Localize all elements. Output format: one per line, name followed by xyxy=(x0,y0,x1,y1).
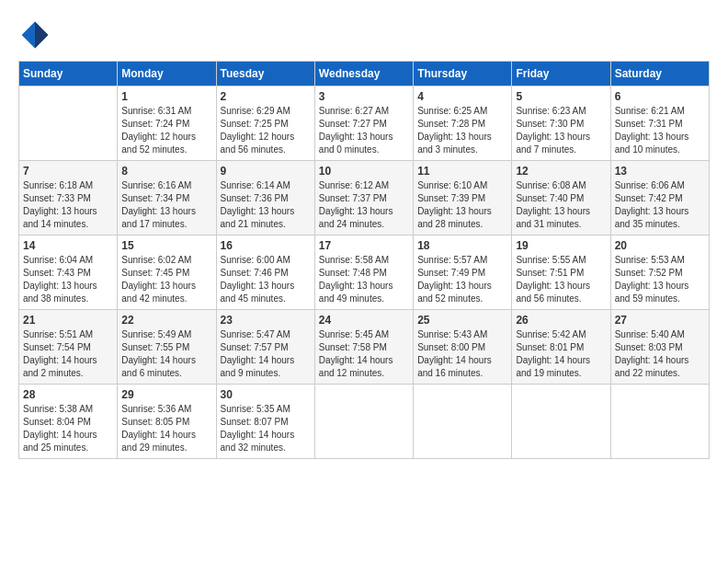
page-header xyxy=(18,18,710,52)
day-info: Sunrise: 5:53 AMSunset: 7:52 PMDaylight:… xyxy=(615,254,705,305)
calendar-cell: 6Sunrise: 6:21 AMSunset: 7:31 PMDaylight… xyxy=(610,86,709,161)
day-info: Sunrise: 5:40 AMSunset: 8:03 PMDaylight:… xyxy=(615,328,705,380)
calendar-cell: 10Sunrise: 6:12 AMSunset: 7:37 PMDayligh… xyxy=(314,161,413,236)
svg-marker-1 xyxy=(35,22,48,49)
calendar-cell: 26Sunrise: 5:42 AMSunset: 8:01 PMDayligh… xyxy=(512,310,610,385)
day-number: 10 xyxy=(319,165,409,178)
calendar-cell: 11Sunrise: 6:10 AMSunset: 7:39 PMDayligh… xyxy=(414,161,512,236)
calendar-cell: 19Sunrise: 5:55 AMSunset: 7:51 PMDayligh… xyxy=(512,236,610,310)
day-info: Sunrise: 5:57 AMSunset: 7:49 PMDaylight:… xyxy=(417,254,507,305)
day-number: 30 xyxy=(221,388,311,401)
day-info: Sunrise: 6:06 AMSunset: 7:42 PMDaylight:… xyxy=(615,179,705,231)
calendar-cell: 8Sunrise: 6:16 AMSunset: 7:34 PMDaylight… xyxy=(118,161,216,236)
day-number: 9 xyxy=(221,165,311,178)
day-info: Sunrise: 5:35 AMSunset: 8:07 PMDaylight:… xyxy=(221,403,311,454)
day-of-week-header: Monday xyxy=(118,62,216,86)
calendar-cell: 17Sunrise: 5:58 AMSunset: 7:48 PMDayligh… xyxy=(314,236,413,310)
day-number: 25 xyxy=(417,314,507,327)
day-number: 24 xyxy=(319,314,409,327)
day-number: 12 xyxy=(516,165,606,178)
day-number: 22 xyxy=(121,314,211,327)
day-number: 13 xyxy=(615,165,705,178)
day-number: 5 xyxy=(516,90,606,103)
day-info: Sunrise: 6:00 AMSunset: 7:46 PMDaylight:… xyxy=(221,254,311,305)
day-number: 6 xyxy=(615,90,705,103)
calendar-cell: 28Sunrise: 5:38 AMSunset: 8:04 PMDayligh… xyxy=(19,385,118,459)
day-info: Sunrise: 6:31 AMSunset: 7:24 PMDaylight:… xyxy=(121,105,211,156)
day-info: Sunrise: 5:55 AMSunset: 7:51 PMDaylight:… xyxy=(516,254,606,305)
day-info: Sunrise: 5:49 AMSunset: 7:55 PMDaylight:… xyxy=(121,328,211,380)
day-number: 11 xyxy=(417,165,507,178)
day-info: Sunrise: 5:36 AMSunset: 8:05 PMDaylight:… xyxy=(121,403,211,454)
calendar-cell: 20Sunrise: 5:53 AMSunset: 7:52 PMDayligh… xyxy=(610,236,709,310)
calendar-cell: 13Sunrise: 6:06 AMSunset: 7:42 PMDayligh… xyxy=(610,161,709,236)
day-info: Sunrise: 5:58 AMSunset: 7:48 PMDaylight:… xyxy=(319,254,409,305)
day-info: Sunrise: 6:14 AMSunset: 7:36 PMDaylight:… xyxy=(221,179,311,231)
calendar-header-row: SundayMondayTuesdayWednesdayThursdayFrid… xyxy=(19,62,710,86)
day-of-week-header: Friday xyxy=(512,62,610,86)
calendar-week-row: 21Sunrise: 5:51 AMSunset: 7:54 PMDayligh… xyxy=(19,310,710,385)
day-info: Sunrise: 6:27 AMSunset: 7:27 PMDaylight:… xyxy=(319,105,409,156)
day-number: 20 xyxy=(615,239,705,252)
calendar-cell: 2Sunrise: 6:29 AMSunset: 7:25 PMDaylight… xyxy=(216,86,314,161)
day-info: Sunrise: 6:16 AMSunset: 7:34 PMDaylight:… xyxy=(121,179,211,231)
day-number: 17 xyxy=(319,239,409,252)
day-info: Sunrise: 6:18 AMSunset: 7:33 PMDaylight:… xyxy=(23,179,113,231)
calendar-cell: 22Sunrise: 5:49 AMSunset: 7:55 PMDayligh… xyxy=(118,310,216,385)
day-number: 21 xyxy=(23,314,113,327)
day-number: 18 xyxy=(417,239,507,252)
day-info: Sunrise: 6:23 AMSunset: 7:30 PMDaylight:… xyxy=(516,105,606,156)
day-number: 2 xyxy=(221,90,311,103)
calendar-cell xyxy=(610,385,709,459)
day-number: 8 xyxy=(121,165,211,178)
calendar-cell: 5Sunrise: 6:23 AMSunset: 7:30 PMDaylight… xyxy=(512,86,610,161)
calendar-cell: 9Sunrise: 6:14 AMSunset: 7:36 PMDaylight… xyxy=(216,161,314,236)
calendar-cell: 25Sunrise: 5:43 AMSunset: 8:00 PMDayligh… xyxy=(414,310,512,385)
calendar-cell: 1Sunrise: 6:31 AMSunset: 7:24 PMDaylight… xyxy=(118,86,216,161)
calendar-cell: 18Sunrise: 5:57 AMSunset: 7:49 PMDayligh… xyxy=(414,236,512,310)
day-info: Sunrise: 6:29 AMSunset: 7:25 PMDaylight:… xyxy=(221,105,311,156)
day-number: 23 xyxy=(221,314,311,327)
day-number: 3 xyxy=(319,90,409,103)
calendar-week-row: 14Sunrise: 6:04 AMSunset: 7:43 PMDayligh… xyxy=(19,236,710,310)
day-info: Sunrise: 6:12 AMSunset: 7:37 PMDaylight:… xyxy=(319,179,409,231)
day-info: Sunrise: 5:47 AMSunset: 7:57 PMDaylight:… xyxy=(221,328,311,380)
day-number: 15 xyxy=(121,239,211,252)
day-of-week-header: Tuesday xyxy=(216,62,314,86)
day-info: Sunrise: 6:10 AMSunset: 7:39 PMDaylight:… xyxy=(417,179,507,231)
calendar-week-row: 1Sunrise: 6:31 AMSunset: 7:24 PMDaylight… xyxy=(19,86,710,161)
day-number: 19 xyxy=(516,239,606,252)
day-info: Sunrise: 5:45 AMSunset: 7:58 PMDaylight:… xyxy=(319,328,409,380)
calendar-cell: 27Sunrise: 5:40 AMSunset: 8:03 PMDayligh… xyxy=(610,310,709,385)
calendar-table: SundayMondayTuesdayWednesdayThursdayFrid… xyxy=(18,61,710,459)
logo-icon xyxy=(18,18,51,52)
day-info: Sunrise: 5:51 AMSunset: 7:54 PMDaylight:… xyxy=(23,328,113,380)
day-number: 26 xyxy=(516,314,606,327)
calendar-cell xyxy=(414,385,512,459)
calendar-cell: 30Sunrise: 5:35 AMSunset: 8:07 PMDayligh… xyxy=(216,385,314,459)
day-number: 7 xyxy=(23,165,113,178)
calendar-week-row: 7Sunrise: 6:18 AMSunset: 7:33 PMDaylight… xyxy=(19,161,710,236)
day-info: Sunrise: 5:42 AMSunset: 8:01 PMDaylight:… xyxy=(516,328,606,380)
day-info: Sunrise: 6:25 AMSunset: 7:28 PMDaylight:… xyxy=(417,105,507,156)
day-number: 29 xyxy=(121,388,211,401)
day-number: 14 xyxy=(23,239,113,252)
day-number: 4 xyxy=(417,90,507,103)
day-info: Sunrise: 6:02 AMSunset: 7:45 PMDaylight:… xyxy=(121,254,211,305)
day-info: Sunrise: 6:08 AMSunset: 7:40 PMDaylight:… xyxy=(516,179,606,231)
day-info: Sunrise: 6:04 AMSunset: 7:43 PMDaylight:… xyxy=(23,254,113,305)
calendar-cell: 14Sunrise: 6:04 AMSunset: 7:43 PMDayligh… xyxy=(19,236,118,310)
calendar-cell: 21Sunrise: 5:51 AMSunset: 7:54 PMDayligh… xyxy=(19,310,118,385)
day-info: Sunrise: 5:38 AMSunset: 8:04 PMDaylight:… xyxy=(23,403,113,454)
day-of-week-header: Thursday xyxy=(414,62,512,86)
calendar-cell: 15Sunrise: 6:02 AMSunset: 7:45 PMDayligh… xyxy=(118,236,216,310)
day-of-week-header: Wednesday xyxy=(314,62,413,86)
calendar-cell xyxy=(19,86,118,161)
logo xyxy=(18,18,57,52)
calendar-cell: 3Sunrise: 6:27 AMSunset: 7:27 PMDaylight… xyxy=(314,86,413,161)
day-of-week-header: Saturday xyxy=(610,62,709,86)
day-info: Sunrise: 5:43 AMSunset: 8:00 PMDaylight:… xyxy=(417,328,507,380)
calendar-cell xyxy=(512,385,610,459)
day-info: Sunrise: 6:21 AMSunset: 7:31 PMDaylight:… xyxy=(615,105,705,156)
calendar-cell: 12Sunrise: 6:08 AMSunset: 7:40 PMDayligh… xyxy=(512,161,610,236)
